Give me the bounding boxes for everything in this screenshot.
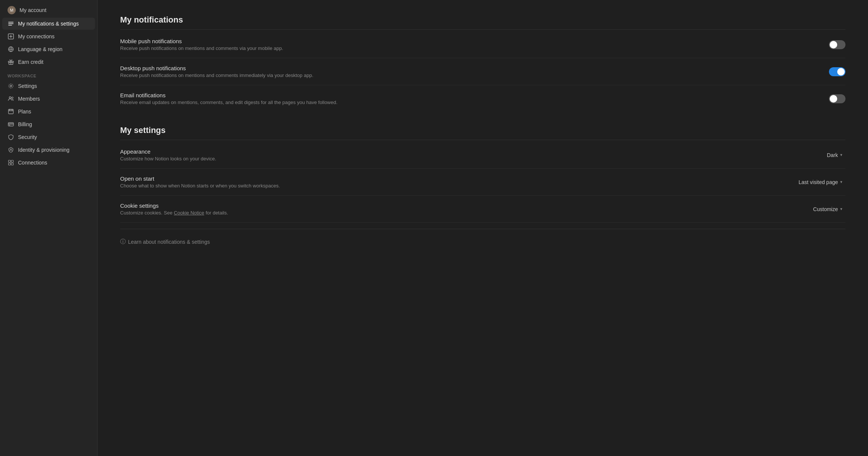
open-on-start-row: Open on start Choose what to show when N… xyxy=(120,169,845,196)
sidebar-item-label: Billing xyxy=(18,121,32,127)
sidebar-item-settings[interactable]: Settings xyxy=(2,80,95,92)
cookie-settings-dropdown[interactable]: Customize ▾ xyxy=(810,205,845,214)
sidebar-item-identity-provisioning[interactable]: Identity & provisioning xyxy=(2,144,95,156)
sidebar-item-security[interactable]: Security xyxy=(2,131,95,143)
learn-link-text: Learn about notifications & settings xyxy=(128,239,210,245)
open-on-start-value: Last visited page xyxy=(799,179,838,185)
sidebar-item-my-account[interactable]: M My account xyxy=(2,3,95,17)
appearance-dropdown[interactable]: Dark ▾ xyxy=(824,151,845,160)
svg-rect-18 xyxy=(9,125,10,126)
billing-icon xyxy=(8,121,14,128)
email-notifications-text: Email notifications Receive email update… xyxy=(120,92,338,105)
learn-link[interactable]: ⓘ Learn about notifications & settings xyxy=(120,238,845,245)
sidebar-item-label: Identity & provisioning xyxy=(18,147,69,153)
cookie-desc-suffix: for details. xyxy=(204,210,228,216)
sidebar-item-earn-credit[interactable]: Earn credit xyxy=(2,56,95,68)
mobile-push-toggle-knob xyxy=(830,41,837,48)
svg-rect-0 xyxy=(8,22,14,23)
desktop-push-toggle[interactable] xyxy=(829,67,845,76)
settings-title: My settings xyxy=(120,125,845,135)
sidebar-item-my-notifications[interactable]: My notifications & settings xyxy=(2,18,95,30)
settings-icon xyxy=(8,83,14,89)
sidebar-item-label: Connections xyxy=(18,160,47,166)
sidebar-item-label: My notifications & settings xyxy=(18,21,79,27)
sidebar-item-label: My connections xyxy=(18,33,54,39)
svg-rect-23 xyxy=(11,163,14,165)
open-on-start-text: Open on start Choose what to show when N… xyxy=(120,175,280,189)
notifications-icon xyxy=(8,20,14,27)
notifications-section: My notifications Mobile push notificatio… xyxy=(120,15,845,112)
main-content: My notifications Mobile push notificatio… xyxy=(98,0,868,456)
settings-divider xyxy=(120,140,845,140)
sidebar-item-label: Language & region xyxy=(18,46,62,52)
svg-rect-20 xyxy=(9,160,11,163)
email-notifications-title: Email notifications xyxy=(120,92,338,98)
sidebar-item-my-connections[interactable]: My connections xyxy=(2,30,95,42)
notifications-title: My notifications xyxy=(120,15,845,25)
members-icon xyxy=(8,95,14,102)
mobile-push-row: Mobile push notifications Receive push n… xyxy=(120,31,845,58)
sidebar-item-label: My account xyxy=(20,7,47,13)
svg-point-12 xyxy=(12,97,13,98)
svg-rect-1 xyxy=(8,23,14,24)
sidebar: M My account My notifications & settings… xyxy=(0,0,98,456)
email-toggle-knob xyxy=(830,95,837,103)
mobile-push-title: Mobile push notifications xyxy=(120,38,283,44)
chevron-down-icon: ▾ xyxy=(840,180,842,184)
open-on-start-title: Open on start xyxy=(120,175,280,182)
security-icon xyxy=(8,134,14,140)
sidebar-item-language-region[interactable]: Language & region xyxy=(2,43,95,55)
email-notifications-desc: Receive email updates on mentions, comme… xyxy=(120,100,338,105)
mobile-push-desc: Receive push notifications on mentions a… xyxy=(120,45,283,51)
svg-point-10 xyxy=(10,85,12,87)
sidebar-item-billing[interactable]: Billing xyxy=(2,118,95,130)
cookie-desc-prefix: Customize cookies. See xyxy=(120,210,174,216)
cookie-notice-link[interactable]: Cookie Notice xyxy=(174,210,204,216)
sidebar-item-plans[interactable]: Plans xyxy=(2,106,95,118)
svg-rect-21 xyxy=(11,160,14,163)
cookie-settings-title: Cookie settings xyxy=(120,202,228,209)
plans-icon xyxy=(8,108,14,115)
chevron-down-icon: ▾ xyxy=(840,207,842,211)
help-icon: ⓘ xyxy=(120,238,126,245)
email-notifications-toggle[interactable] xyxy=(829,94,845,103)
desktop-push-text: Desktop push notifications Receive push … xyxy=(120,65,313,78)
avatar: M xyxy=(8,6,16,14)
cookie-settings-value: Customize xyxy=(813,206,838,212)
appearance-text: Appearance Customize how Notion looks on… xyxy=(120,148,216,162)
cookie-settings-row: Cookie settings Customize cookies. See C… xyxy=(120,196,845,223)
svg-rect-2 xyxy=(8,25,12,26)
sidebar-item-members[interactable]: Members xyxy=(2,93,95,105)
desktop-push-title: Desktop push notifications xyxy=(120,65,313,71)
sidebar-item-label: Members xyxy=(18,96,40,102)
svg-rect-14 xyxy=(9,109,10,110)
identity-icon xyxy=(8,146,14,153)
desktop-push-row: Desktop push notifications Receive push … xyxy=(120,58,845,85)
grid-icon xyxy=(8,159,14,166)
sidebar-item-label: Earn credit xyxy=(18,59,44,65)
notifications-divider xyxy=(120,29,845,30)
svg-rect-22 xyxy=(9,163,11,165)
sidebar-item-label: Settings xyxy=(18,83,37,89)
gift-icon xyxy=(8,59,14,65)
cookie-settings-text: Cookie settings Customize cookies. See C… xyxy=(120,202,228,216)
desktop-push-desc: Receive push notifications on mentions a… xyxy=(120,72,313,78)
workspace-label: WORKSPACE xyxy=(0,68,97,80)
appearance-value: Dark xyxy=(827,152,838,158)
open-on-start-dropdown[interactable]: Last visited page ▾ xyxy=(796,178,845,187)
bottom-divider xyxy=(120,229,845,229)
email-notifications-row: Email notifications Receive email update… xyxy=(120,85,845,112)
appearance-row: Appearance Customize how Notion looks on… xyxy=(120,142,845,169)
svg-point-11 xyxy=(9,97,11,99)
sidebar-item-connections[interactable]: Connections xyxy=(2,157,95,169)
chevron-down-icon: ▾ xyxy=(840,153,842,157)
appearance-desc: Customize how Notion looks on your devic… xyxy=(120,156,216,162)
appearance-title: Appearance xyxy=(120,148,216,155)
settings-section: My settings Appearance Customize how Not… xyxy=(120,125,845,245)
open-on-start-desc: Choose what to show when Notion starts o… xyxy=(120,183,280,189)
language-icon xyxy=(8,46,14,53)
sidebar-item-label: Security xyxy=(18,134,37,140)
sidebar-item-label: Plans xyxy=(18,109,31,115)
mobile-push-toggle[interactable] xyxy=(829,40,845,49)
connections-icon xyxy=(8,33,14,40)
